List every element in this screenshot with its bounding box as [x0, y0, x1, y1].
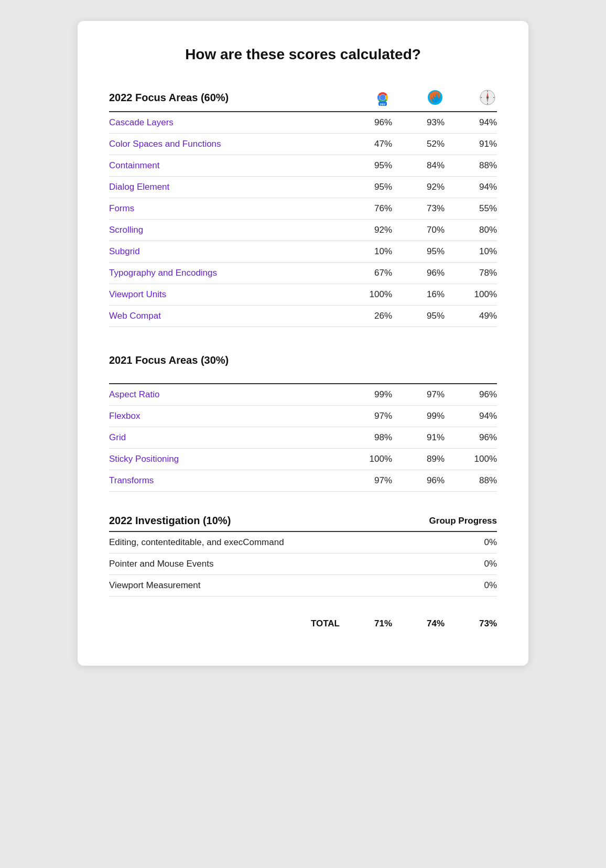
val-grid-chrome: 98%: [340, 432, 392, 443]
label-cascade-layers[interactable]: Cascade Layers: [109, 117, 340, 128]
group-progress-label: Group Progress: [429, 516, 497, 526]
val-containment-safari: 88%: [445, 160, 497, 171]
chrome-icon-header: DEV: [340, 88, 392, 107]
val-grid-safari: 96%: [445, 432, 497, 443]
label-flexbox[interactable]: Flexbox: [109, 411, 340, 421]
row-aspect-ratio[interactable]: Aspect Ratio 99% 97% 96%: [109, 384, 497, 406]
val-typography-firefox: 96%: [392, 268, 445, 278]
val-web-compat-firefox: 95%: [392, 311, 445, 321]
row-color-spaces[interactable]: Color Spaces and Functions 47% 52% 91%: [109, 134, 497, 155]
row-flexbox[interactable]: Flexbox 97% 99% 94%: [109, 406, 497, 427]
val-color-chrome: 47%: [340, 139, 392, 149]
row-transforms[interactable]: Transforms 97% 96% 88%: [109, 470, 497, 492]
val-scrolling-chrome: 92%: [340, 225, 392, 235]
safari-icon-header: [445, 88, 497, 107]
val-forms-safari: 55%: [445, 203, 497, 214]
val-viewport-units-safari: 100%: [445, 289, 497, 300]
total-label: TOTAL: [109, 619, 340, 629]
label-aspect-ratio[interactable]: Aspect Ratio: [109, 389, 340, 400]
val-flexbox-firefox: 99%: [392, 411, 445, 421]
focus-2021-title: 2021 Focus Areas (30%): [109, 350, 497, 371]
svg-point-20: [486, 96, 489, 99]
val-dialog-chrome: 95%: [340, 182, 392, 192]
row-dialog-element[interactable]: Dialog Element 95% 92% 94%: [109, 177, 497, 198]
focus-2022-title: 2022 Focus Areas (60%): [109, 92, 229, 104]
val-sticky-safari: 100%: [445, 454, 497, 464]
val-dialog-firefox: 92%: [392, 182, 445, 192]
focus-2022-header: 2022 Focus Areas (60%) DEV: [109, 84, 497, 112]
row-web-compat[interactable]: Web Compat 26% 95% 49%: [109, 306, 497, 327]
val-aspect-ratio-firefox: 97%: [392, 389, 445, 400]
val-transforms-chrome: 97%: [340, 475, 392, 486]
val-flexbox-safari: 94%: [445, 411, 497, 421]
label-viewport-units[interactable]: Viewport Units: [109, 289, 340, 300]
val-viewport-units-firefox: 16%: [392, 289, 445, 300]
val-flexbox-chrome: 97%: [340, 411, 392, 421]
total-chrome: 71%: [340, 619, 392, 629]
firefox-icon: [426, 88, 445, 107]
row-viewport-measurement: Viewport Measurement 0%: [109, 575, 497, 596]
val-scrolling-safari: 80%: [445, 225, 497, 235]
label-pointer-mouse: Pointer and Mouse Events: [109, 559, 445, 569]
total-firefox: 74%: [392, 619, 445, 629]
val-containment-firefox: 84%: [392, 160, 445, 171]
val-transforms-safari: 88%: [445, 475, 497, 486]
section-investigation-2022: 2022 Investigation (10%) Group Progress …: [109, 506, 497, 596]
val-editing: 0%: [445, 537, 497, 548]
safari-icon: [478, 88, 497, 107]
val-containment-chrome: 95%: [340, 160, 392, 171]
row-grid[interactable]: Grid 98% 91% 96%: [109, 427, 497, 449]
val-viewport-measurement: 0%: [445, 580, 497, 591]
val-transforms-firefox: 96%: [392, 475, 445, 486]
label-color-spaces[interactable]: Color Spaces and Functions: [109, 139, 340, 149]
val-cascade-firefox: 93%: [392, 117, 445, 128]
val-cascade-safari: 94%: [445, 117, 497, 128]
row-subgrid[interactable]: Subgrid 10% 95% 10%: [109, 241, 497, 263]
val-typography-safari: 78%: [445, 268, 497, 278]
row-typography[interactable]: Typography and Encodings 67% 96% 78%: [109, 263, 497, 284]
val-aspect-ratio-safari: 96%: [445, 389, 497, 400]
val-pointer-mouse: 0%: [445, 559, 497, 569]
label-editing: Editing, contenteditable, and execComman…: [109, 537, 445, 548]
row-scrolling[interactable]: Scrolling 92% 70% 80%: [109, 220, 497, 241]
focus-2021-header: [109, 375, 497, 384]
firefox-icon-header: [392, 88, 445, 107]
investigation-2022-title: 2022 Investigation (10%): [109, 515, 231, 527]
row-pointer-mouse: Pointer and Mouse Events 0%: [109, 554, 497, 575]
label-grid[interactable]: Grid: [109, 432, 340, 443]
val-viewport-units-chrome: 100%: [340, 289, 392, 300]
label-containment[interactable]: Containment: [109, 160, 340, 171]
val-web-compat-safari: 49%: [445, 311, 497, 321]
row-editing: Editing, contenteditable, and execComman…: [109, 532, 497, 554]
page-title: How are these scores calculated?: [109, 46, 497, 63]
label-web-compat[interactable]: Web Compat: [109, 311, 340, 321]
val-scrolling-firefox: 70%: [392, 225, 445, 235]
label-scrolling[interactable]: Scrolling: [109, 225, 340, 235]
label-typography[interactable]: Typography and Encodings: [109, 268, 340, 278]
label-transforms[interactable]: Transforms: [109, 475, 340, 486]
label-viewport-measurement: Viewport Measurement: [109, 580, 445, 591]
row-containment[interactable]: Containment 95% 84% 88%: [109, 155, 497, 177]
val-web-compat-chrome: 26%: [340, 311, 392, 321]
row-cascade-layers[interactable]: Cascade Layers 96% 93% 94%: [109, 112, 497, 134]
row-viewport-units[interactable]: Viewport Units 100% 16% 100%: [109, 284, 497, 306]
val-subgrid-safari: 10%: [445, 246, 497, 257]
label-forms[interactable]: Forms: [109, 203, 340, 214]
row-forms[interactable]: Forms 76% 73% 55%: [109, 198, 497, 220]
svg-text:DEV: DEV: [380, 103, 386, 106]
section-focus-2022: 2022 Focus Areas (60%) DEV: [109, 84, 497, 327]
label-subgrid[interactable]: Subgrid: [109, 246, 340, 257]
val-subgrid-firefox: 95%: [392, 246, 445, 257]
label-sticky-positioning[interactable]: Sticky Positioning: [109, 454, 340, 464]
label-dialog-element[interactable]: Dialog Element: [109, 182, 340, 192]
val-forms-firefox: 73%: [392, 203, 445, 214]
row-sticky-positioning[interactable]: Sticky Positioning 100% 89% 100%: [109, 449, 497, 470]
val-cascade-chrome: 96%: [340, 117, 392, 128]
val-sticky-firefox: 89%: [392, 454, 445, 464]
total-row: TOTAL 71% 74% 73%: [109, 611, 497, 636]
val-typography-chrome: 67%: [340, 268, 392, 278]
val-subgrid-chrome: 10%: [340, 246, 392, 257]
svg-point-3: [380, 95, 386, 101]
val-sticky-chrome: 100%: [340, 454, 392, 464]
section-focus-2021: 2021 Focus Areas (30%) Aspect Ratio 99% …: [109, 342, 497, 492]
